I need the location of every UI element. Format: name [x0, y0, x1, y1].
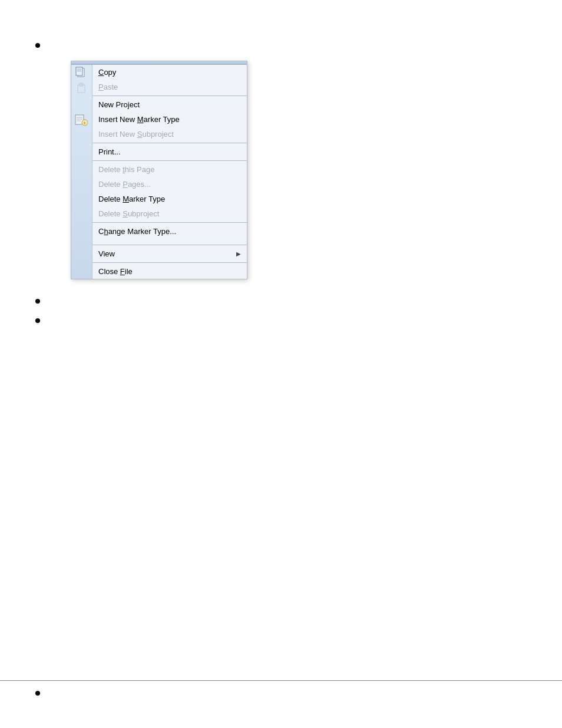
bullet-dot — [35, 318, 40, 323]
bullet-dot — [35, 299, 40, 304]
footer-bullet-dot — [35, 691, 40, 696]
copy-icon — [75, 66, 88, 79]
menu-item-new-project[interactable]: New Project — [92, 97, 247, 112]
separator-4 — [92, 222, 247, 223]
page-content: Copy Paste — [0, 0, 562, 354]
paste-label: Paste — [98, 83, 118, 91]
separator-3 — [92, 160, 247, 161]
delete-subproject-label: Delete Subproject — [98, 209, 159, 218]
menu-item-view[interactable]: View ▶ — [92, 246, 247, 261]
print-label: Print... — [98, 147, 121, 156]
insert-subproject-label: Insert New Subproject — [98, 130, 174, 139]
list-item — [0, 291, 562, 308]
change-marker-label: Change Marker Type... — [98, 227, 176, 236]
context-menu: Copy Paste — [71, 61, 247, 279]
delete-pages-label: Delete Pages... — [98, 180, 151, 189]
menu-item-change-marker[interactable]: Change Marker Type... — [92, 224, 247, 239]
svg-rect-6 — [80, 83, 83, 86]
delete-page-label: Delete this Page — [98, 165, 154, 174]
marker-icon: + — [75, 113, 88, 126]
svg-text:+: + — [83, 120, 86, 126]
list-item — [0, 311, 562, 328]
menu-item-insert-marker[interactable]: + Insert New Marker Type — [92, 112, 247, 127]
menu-item-delete-subproject: Delete Subproject — [92, 206, 247, 221]
paste-icon — [75, 81, 88, 94]
menu-item-print[interactable]: Print... — [92, 144, 247, 159]
menu-item-delete-marker[interactable]: Delete Marker Type — [92, 192, 247, 206]
spacer — [92, 239, 247, 243]
insert-marker-label: Insert New Marker Type — [98, 115, 180, 124]
separator-5 — [92, 245, 247, 245]
separator-6 — [92, 262, 247, 263]
bullet-dot — [35, 43, 40, 48]
footer-rule — [0, 680, 562, 681]
menu-item-insert-subproject: Insert New Subproject — [92, 127, 247, 141]
separator-2 — [92, 143, 247, 143]
menu-item-close-file[interactable]: Close File — [92, 264, 247, 279]
context-menu-wrapper: Copy Paste — [71, 61, 247, 279]
new-project-label: New Project — [98, 100, 140, 109]
footer-list-item — [35, 688, 40, 696]
view-label: View — [98, 249, 115, 258]
separator-1 — [92, 95, 247, 96]
menu-item-delete-pages: Delete Pages... — [92, 177, 247, 192]
copy-label: Copy — [98, 68, 116, 77]
submenu-arrow-icon: ▶ — [236, 251, 241, 257]
menu-item-paste: Paste — [92, 80, 247, 94]
list-item — [0, 35, 562, 52]
close-file-label: Close File — [98, 267, 133, 276]
menu-item-copy[interactable]: Copy — [92, 65, 247, 80]
menu-items: Copy Paste — [92, 65, 247, 279]
delete-marker-label: Delete Marker Type — [98, 195, 165, 203]
menu-item-delete-page: Delete this Page — [92, 162, 247, 177]
menu-left-bar — [71, 65, 92, 279]
